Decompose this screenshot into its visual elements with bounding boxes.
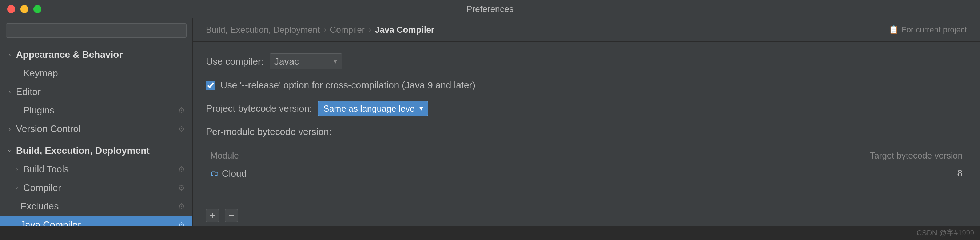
sidebar-item-label: Plugins (23, 105, 177, 116)
title-bar: Preferences (0, 0, 980, 18)
settings-icon: ⚙ (177, 124, 187, 134)
settings-icon: ⚙ (177, 183, 187, 193)
maximize-button[interactable] (33, 5, 41, 13)
spacer-icon (13, 70, 21, 78)
module-col-header: Module (206, 148, 440, 164)
sidebar-nav: › Appearance & Behavior Keymap › Editor … (0, 43, 192, 226)
sidebar-search-wrapper: 🔍 (0, 18, 192, 43)
module-table: Module Target bytecode version 🗂 Cloud 8 (206, 148, 967, 183)
sidebar-item-label: Editor (16, 86, 187, 97)
sidebar: 🔍 › Appearance & Behavior Keymap › Edito… (0, 18, 193, 226)
sidebar-item-appearance[interactable]: › Appearance & Behavior (0, 46, 192, 64)
sidebar-item-label: Keymap (23, 68, 187, 79)
module-folder-icon: 🗂 (210, 168, 219, 178)
breadcrumb-item-compiler: Compiler (330, 25, 365, 35)
per-module-label: Per-module bytecode version: (206, 126, 331, 137)
remove-module-button[interactable]: − (225, 209, 238, 222)
window-title: Preferences (466, 4, 513, 14)
breadcrumb: Build, Execution, Deployment › Compiler … (193, 18, 980, 42)
sidebar-item-label: Java Compiler (21, 219, 177, 226)
expand-arrow-icon: › (13, 184, 21, 192)
release-option-checkbox[interactable] (206, 81, 215, 90)
expand-arrow-icon: › (6, 125, 14, 133)
breadcrumb-project-label: For current project (901, 25, 967, 35)
sidebar-item-excludes[interactable]: Excludes ⚙ (0, 197, 192, 216)
settings-icon: ⚙ (177, 105, 187, 116)
compiler-select-wrapper: Javac ▼ (270, 54, 342, 70)
bytecode-version-select[interactable]: Same as language leve (318, 101, 428, 116)
footer-text: CSDN @字#1999 (917, 228, 974, 238)
minimize-button[interactable] (21, 5, 29, 13)
breadcrumb-project: 📋 For current project (889, 25, 967, 35)
expand-arrow-icon: › (6, 51, 14, 59)
expand-arrow-icon: › (6, 88, 14, 96)
sidebar-item-version-control[interactable]: › Version Control ⚙ (0, 120, 192, 138)
use-compiler-row: Use compiler: Javac ▼ (206, 54, 967, 70)
add-module-button[interactable]: + (206, 209, 219, 222)
sidebar-item-java-compiler[interactable]: Java Compiler ⚙ (0, 216, 192, 226)
target-bytecode-col-header: Target bytecode version (440, 148, 967, 164)
module-name-cell: 🗂 Cloud (206, 164, 440, 183)
expand-arrow-icon: › (13, 165, 21, 173)
settings-panel: Use compiler: Javac ▼ Use '--release' op… (193, 42, 980, 205)
sidebar-item-build-tools[interactable]: › Build Tools ⚙ (0, 160, 192, 178)
content-area: Build, Execution, Deployment › Compiler … (193, 18, 980, 226)
checkbox-row: Use '--release' option for cross-compila… (206, 79, 967, 91)
settings-icon: ⚙ (177, 164, 187, 175)
use-compiler-label: Use compiler: (206, 56, 264, 67)
breadcrumb-item-java-compiler: Java Compiler (375, 25, 434, 35)
bottom-bar: + − (193, 205, 980, 226)
sidebar-item-label: Compiler (23, 182, 177, 194)
sidebar-item-label: Appearance & Behavior (16, 49, 187, 60)
settings-icon: ⚙ (177, 202, 187, 211)
breadcrumb-item-build: Build, Execution, Deployment (206, 25, 320, 35)
sidebar-item-compiler[interactable]: › Compiler ⚙ (0, 178, 192, 197)
project-bytecode-row: Project bytecode version: Same as langua… (206, 101, 967, 116)
target-bytecode-cell: 8 (440, 164, 967, 183)
window-controls (7, 5, 41, 13)
sidebar-item-editor[interactable]: › Editor (0, 83, 192, 101)
compiler-select[interactable]: Javac (270, 54, 342, 70)
spacer-icon (13, 106, 21, 114)
breadcrumb-separator: › (324, 25, 326, 35)
search-input[interactable] (6, 23, 187, 38)
sidebar-item-keymap[interactable]: Keymap (0, 64, 192, 83)
project-bytecode-label: Project bytecode version: (206, 103, 312, 114)
close-button[interactable] (7, 5, 15, 13)
sidebar-item-label: Version Control (16, 123, 177, 135)
sidebar-item-plugins[interactable]: Plugins ⚙ (0, 101, 192, 120)
checkbox-label: Use '--release' option for cross-compila… (220, 79, 476, 91)
sidebar-item-label: Build, Execution, Deployment (16, 145, 187, 156)
module-name-label: Cloud (222, 168, 247, 179)
sidebar-item-build-exec-deploy[interactable]: › Build, Execution, Deployment (0, 141, 192, 160)
bytecode-select-wrapper: Same as language leve ▼ (318, 101, 428, 116)
footer: CSDN @字#1999 (0, 226, 980, 240)
expand-arrow-icon: › (6, 147, 14, 155)
table-row[interactable]: 🗂 Cloud 8 (206, 164, 967, 183)
per-module-row: Per-module bytecode version: (206, 126, 967, 137)
project-icon: 📋 (889, 25, 899, 35)
breadcrumb-separator: › (369, 25, 371, 35)
main-layout: 🔍 › Appearance & Behavior Keymap › Edito… (0, 18, 980, 226)
settings-icon: ⚙ (177, 220, 187, 226)
sidebar-item-label: Excludes (21, 201, 177, 212)
sidebar-item-label: Build Tools (23, 164, 177, 175)
